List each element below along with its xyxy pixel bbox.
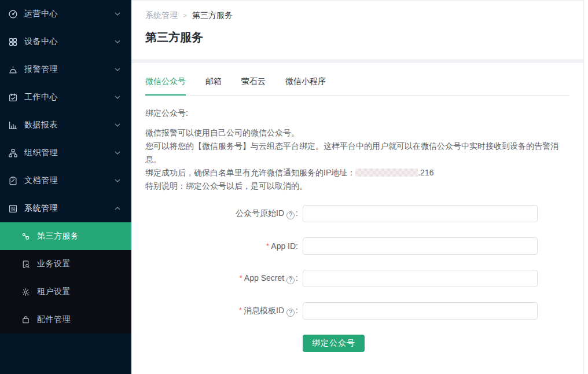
chevron-up-icon [114,205,121,212]
description-line: 特别说明：绑定公众号以后，是可以取消的。 [145,179,569,193]
chevron-down-icon [114,177,121,184]
tenant-gear-icon [21,288,30,296]
devices-grid-icon [8,37,18,47]
bind-official-account-button[interactable]: 绑定公众号 [303,335,365,352]
sidebar-subitem-tenant-settings[interactable]: 租户设置 [0,278,131,306]
sidebar-item-devices[interactable]: 设备中心 [0,28,131,56]
sidebar-item-work-center[interactable]: 工作中心 [0,83,131,111]
dashboard-icon [8,9,18,19]
org-structure-icon [8,148,18,158]
app-secret-input[interactable] [303,270,538,287]
sidebar-item-label: 设备中心 [24,36,114,47]
sidebar-item-alarms[interactable]: 报警管理 [0,56,131,83]
sidebar-subitem-label: 租户设置 [37,287,131,297]
sidebar-item-system[interactable]: 系统管理 [0,195,131,222]
chevron-down-icon [114,122,121,129]
field-label: *消息模板ID?: [145,306,303,317]
chevron-down-icon [114,10,121,17]
sidebar-subitem-parts[interactable]: 配件管理 [0,306,131,333]
help-icon[interactable]: ? [286,309,295,317]
work-calendar-icon [8,93,18,102]
original-id-input[interactable] [303,205,538,222]
tab-wechat-miniprogram[interactable]: 微信小程序 [285,75,326,96]
tab-ezviz-cloud[interactable]: 萤石云 [241,75,266,96]
chevron-down-icon [114,149,121,156]
description-line: 微信报警可以使用自己公司的微信公众号。 [145,126,569,140]
sidebar-item-label: 组织管理 [24,148,114,158]
template-id-input[interactable] [303,302,538,320]
header-divider [131,59,583,63]
form-row-app-id: *App ID: [145,237,569,255]
content-panel: 微信公众号 邮箱 萤石云 微信小程序 绑定公众号: 微信报警可以使用自己公司的微… [131,63,583,374]
system-submenu: 第三方服务 业务设置 [0,222,131,333]
required-asterisk: * [266,241,269,251]
chevron-down-icon [114,66,121,73]
sidebar: 运营中心 设备中心 报警管理 [0,0,131,374]
field-label: *App ID: [145,241,303,251]
required-asterisk: * [239,273,242,283]
breadcrumb-parent[interactable]: 系统管理 [145,10,178,20]
page-header: 系统管理>第三方服务 第三方服务 [131,1,583,59]
sidebar-subitem-label: 配件管理 [37,314,131,325]
parts-bag-icon [21,316,30,324]
app-window: 运营中心 设备中心 报警管理 [0,0,588,374]
breadcrumb: 系统管理>第三方服务 [145,10,569,21]
sidebar-item-label: 系统管理 [24,203,114,214]
report-chart-icon [8,120,18,130]
app-id-input[interactable] [303,237,538,255]
wechat-binding-form: 公众号原始ID?: *App ID: *App Secret?: [145,205,569,352]
tab-email[interactable]: 邮箱 [205,75,222,96]
document-icon [8,176,18,186]
page-title: 第三方服务 [145,30,569,59]
breadcrumb-current: 第三方服务 [192,10,233,20]
sidebar-subitem-third-party[interactable]: 第三方服务 [0,222,131,250]
tab-wechat-official[interactable]: 微信公众号 [145,75,186,96]
sidebar-item-documents[interactable]: 文档管理 [0,167,131,195]
form-row-app-secret: *App Secret?: [145,270,569,287]
sidebar-subitem-label: 第三方服务 [37,231,131,241]
chevron-down-icon [114,94,121,101]
chevron-down-icon [114,38,121,45]
business-doc-icon [21,260,30,269]
breadcrumb-separator: > [183,12,187,20]
sidebar-item-label: 文档管理 [24,175,114,186]
form-row-original-id: 公众号原始ID?: [145,205,569,222]
sidebar-item-operations[interactable]: 运营中心 [0,0,131,28]
sidebar-item-label: 工作中心 [24,92,114,102]
redacted-ip-block [355,168,418,177]
required-asterisk: * [239,306,242,315]
page-scrollbar[interactable] [583,0,588,374]
section-description: 微信报警可以使用自己公司的微信公众号。 您可以将您的【微信服务号】与云组态平台绑… [145,126,569,193]
sidebar-item-organization[interactable]: 组织管理 [0,139,131,167]
tab-bar: 微信公众号 邮箱 萤石云 微信小程序 [145,63,569,96]
field-label: *App Secret?: [145,273,303,284]
sidebar-item-label: 报警管理 [24,64,114,75]
system-sliders-icon [8,204,18,214]
sidebar-item-label: 运营中心 [24,9,114,19]
submit-row: 绑定公众号 [303,335,569,352]
field-label: 公众号原始ID?: [145,208,303,219]
description-line: 绑定成功后，确保白名单里有允许微信通知服务的IP地址：.216 [145,166,569,179]
form-row-template-id: *消息模板ID?: [145,302,569,320]
help-icon[interactable]: ? [286,211,295,219]
third-party-link-icon [21,232,30,241]
sidebar-subitem-label: 业务设置 [37,259,131,269]
help-icon[interactable]: ? [286,276,295,284]
alarm-icon [8,65,18,75]
main-area: 系统管理>第三方服务 第三方服务 微信公众号 邮箱 萤石云 微信小程序 绑定公众… [131,0,583,374]
section-heading: 绑定公众号: [145,108,569,119]
sidebar-item-reports[interactable]: 数据报表 [0,111,131,139]
description-line: 您可以将您的【微信服务号】与云组态平台绑定。这样平台中的用户就可以在微信公众号中… [145,140,569,166]
sidebar-item-label: 数据报表 [24,120,114,130]
sidebar-subitem-business-settings[interactable]: 业务设置 [0,250,131,278]
